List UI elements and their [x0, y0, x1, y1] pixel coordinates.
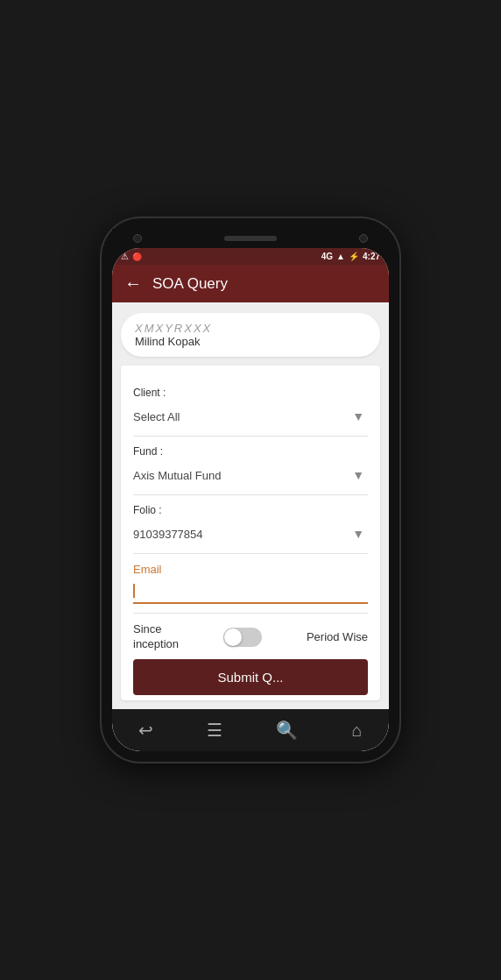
nav-search-button[interactable]: 🔍 [265, 716, 308, 744]
folio-label: Folio : [133, 504, 368, 516]
client-label: Client : [133, 387, 368, 399]
fund-dropdown-arrow-icon: ▼ [352, 468, 364, 482]
app-header: ← SOA Query [112, 265, 389, 302]
client-select[interactable]: Select All ▼ [133, 406, 368, 427]
toggle-knob [224, 628, 242, 646]
phone-top-area [112, 229, 389, 248]
status-right-info: 4G ▲ ⚡ 4:27 [321, 252, 380, 261]
email-field-group: Email [133, 554, 368, 614]
fund-field-group: Fund : Axis Mutual Fund ▼ [133, 437, 368, 495]
form-card: Client : Select All ▼ Fund : Axis Mutual… [121, 366, 380, 700]
fund-label: Fund : [133, 445, 368, 458]
bottom-nav: ↩ ☰ 🔍 ⌂ [112, 709, 389, 751]
since-inception-label: Since inception [133, 622, 179, 652]
client-field-group: Client : Select All ▼ [133, 378, 368, 437]
page-title: SOA Query [152, 275, 228, 293]
nav-menu-button[interactable]: ☰ [196, 716, 233, 744]
status-bar: ⚠ 🔴 4G ▲ ⚡ 4:27 [112, 248, 389, 265]
search-mask-text: XMXYRXXX [135, 322, 212, 335]
signal-indicator: 4G [321, 252, 333, 261]
submit-button[interactable]: Submit Q... [133, 659, 368, 695]
client-select-value: Select All [133, 410, 180, 423]
camera-dot-right [359, 234, 368, 243]
speaker-grille [224, 236, 277, 241]
signal-bars-icon: ▲ [336, 252, 345, 261]
period-wise-toggle[interactable] [223, 628, 262, 647]
warning-icon: ⚠ [121, 252, 129, 261]
client-dropdown-arrow-icon: ▼ [352, 409, 364, 423]
fund-select-value: Axis Mutual Fund [133, 469, 221, 482]
battery-icon: ⚡ [349, 252, 359, 261]
folio-select-value: 91039377854 [133, 528, 203, 541]
period-wise-label: Period Wise [307, 630, 368, 643]
time-display: 4:27 [363, 252, 380, 261]
search-value: Milind Kopak [135, 335, 200, 348]
toggle-row: Since inception Period Wise [133, 614, 368, 657]
fund-select[interactable]: Axis Mutual Fund ▼ [133, 465, 368, 486]
camera-dot-left [133, 234, 142, 243]
folio-field-group: Folio : 91039377854 ▼ [133, 495, 368, 554]
screen-content: XMXYRXXX Milind Kopak Client : Select Al… [112, 302, 389, 709]
nav-back-button[interactable]: ↩ [128, 716, 164, 744]
folio-dropdown-arrow-icon: ▼ [352, 527, 364, 541]
notification-icon: 🔴 [132, 252, 142, 261]
email-label: Email [133, 563, 368, 576]
search-pill[interactable]: XMXYRXXX Milind Kopak [121, 313, 380, 357]
cursor-icon [133, 584, 135, 598]
back-button[interactable]: ← [124, 273, 142, 294]
status-left-icons: ⚠ 🔴 [121, 252, 142, 261]
phone-screen: ⚠ 🔴 4G ▲ ⚡ 4:27 ← SOA Query XMXYRXXX Mil… [112, 248, 389, 751]
folio-select[interactable]: 91039377854 ▼ [133, 523, 368, 544]
phone-frame: ⚠ 🔴 4G ▲ ⚡ 4:27 ← SOA Query XMXYRXXX Mil… [102, 218, 399, 762]
nav-home-button[interactable]: ⌂ [341, 717, 372, 744]
email-input[interactable] [133, 579, 368, 604]
